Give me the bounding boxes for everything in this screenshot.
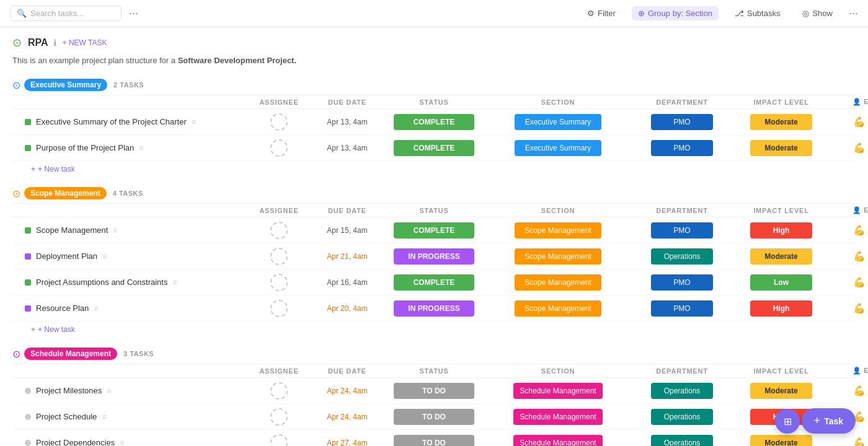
section-task-count: 3 TASKS <box>123 350 154 357</box>
section-tag[interactable]: Schedule Management <box>513 383 602 399</box>
task-name-cell: Scope Management ≡ <box>12 222 248 238</box>
group-by-button[interactable]: ⊕ Group by: Section <box>632 6 719 20</box>
avatar[interactable] <box>270 248 288 265</box>
task-menu-icon[interactable]: ≡ <box>113 226 117 235</box>
status-cell: IN PROGRESS <box>384 248 484 265</box>
task-status-dot <box>25 414 31 420</box>
project-collapse-icon[interactable]: ⊙ <box>12 36 22 50</box>
task-name[interactable]: Deployment Plan <box>36 251 97 261</box>
dept-tag[interactable]: Operations <box>651 435 713 447</box>
subtasks-icon: ⎇ <box>735 9 744 18</box>
status-badge[interactable]: TO DO <box>394 435 474 447</box>
status-badge[interactable]: IN PROGRESS <box>394 248 474 265</box>
task-menu-icon[interactable]: ≡ <box>172 278 177 287</box>
task-name[interactable]: Purpose of the Project Plan <box>36 143 134 152</box>
search-box[interactable]: 🔍 Search tasks... <box>10 6 122 21</box>
section-cell: Scope Management <box>484 248 632 265</box>
col-section-header: SECTION <box>484 367 632 375</box>
grid-icon: ⊞ <box>784 416 792 427</box>
dept-tag[interactable]: Operations <box>651 383 713 399</box>
add-task-fab[interactable]: + Task <box>802 408 856 434</box>
avatar[interactable] <box>270 434 288 447</box>
impact-tag[interactable]: Moderate <box>750 140 812 156</box>
new-task-header-button[interactable]: + NEW TASK <box>63 38 107 47</box>
task-name[interactable]: Project Dependencies <box>36 438 115 446</box>
impact-tag[interactable]: Moderate <box>750 435 812 447</box>
dept-tag[interactable]: Operations <box>651 409 713 425</box>
avatar[interactable] <box>270 139 288 157</box>
avatar[interactable] <box>270 113 288 131</box>
status-cell: COMPLETE <box>384 140 484 156</box>
task-name-cell: Project Schedule ≡ <box>12 408 248 425</box>
task-name[interactable]: Project Schedule <box>36 412 97 421</box>
task-menu-icon[interactable]: ≡ <box>139 144 143 152</box>
grid-view-button[interactable]: ⊞ <box>775 409 800 434</box>
avatar[interactable] <box>270 382 288 400</box>
avatar[interactable] <box>270 300 288 317</box>
new-task-row[interactable]: + + New task <box>12 321 856 338</box>
section-tag[interactable]: Scope Management <box>515 274 601 291</box>
toolbar-extra-icon[interactable]: ··· <box>849 7 858 20</box>
task-menu-icon[interactable]: ≡ <box>192 118 196 126</box>
task-menu-icon[interactable]: ≡ <box>94 304 98 313</box>
subtasks-button[interactable]: ⎇ Subtasks <box>728 6 786 20</box>
project-title: RPA ℹ <box>28 37 56 48</box>
status-badge[interactable]: TO DO <box>394 383 474 399</box>
status-badge[interactable]: COMPLETE <box>394 274 474 291</box>
status-badge[interactable]: COMPLETE <box>394 140 474 156</box>
section-tag[interactable]: Executive Summary <box>515 114 601 130</box>
section-tag[interactable]: Executive Summary <box>515 140 601 156</box>
dept-tag[interactable]: PMO <box>651 140 713 156</box>
status-badge[interactable]: TO DO <box>394 409 474 425</box>
status-badge[interactable]: COMPLETE <box>394 222 474 238</box>
task-name[interactable]: Executive Summary of the Project Charter <box>36 117 187 126</box>
task-status-dot <box>25 388 31 394</box>
avatar[interactable] <box>270 274 288 291</box>
col-duedate-header: DUE DATE <box>310 367 384 375</box>
impact-cell: High <box>732 300 831 317</box>
section-tag[interactable]: Scope Management <box>515 222 601 238</box>
task-name[interactable]: Project Milestones <box>36 386 102 395</box>
avatar[interactable] <box>270 408 288 426</box>
section-collapse-icon[interactable]: ⊙ <box>12 79 20 91</box>
task-name[interactable]: Project Assumptions and Constraints <box>36 278 167 287</box>
impact-tag[interactable]: Moderate <box>750 383 812 399</box>
section-tag[interactable]: Scope Management <box>515 300 601 317</box>
impact-tag[interactable]: High <box>750 222 812 238</box>
task-menu-icon[interactable]: ≡ <box>102 252 107 261</box>
project-info-icon[interactable]: ℹ <box>53 38 56 48</box>
show-button[interactable]: ◎ Show <box>796 6 839 20</box>
dept-tag[interactable]: PMO <box>651 274 713 291</box>
section-group-schedule-management: ⊙ Schedule Management 3 TASKS ASSIGNEE D… <box>12 343 856 446</box>
new-task-row[interactable]: + + New task <box>12 161 856 177</box>
col-headers: ASSIGNEE DUE DATE STATUS SECTION DEPARTM… <box>12 95 856 109</box>
section-tag[interactable]: Scope Management <box>515 248 601 265</box>
dept-tag[interactable]: PMO <box>651 114 713 130</box>
section-collapse-icon[interactable]: ⊙ <box>12 188 20 199</box>
task-name[interactable]: Scope Management <box>36 225 108 235</box>
col-headers: ASSIGNEE DUE DATE STATUS SECTION DEPARTM… <box>12 364 856 378</box>
status-cell: COMPLETE <box>384 274 484 291</box>
dept-tag[interactable]: PMO <box>651 222 713 238</box>
status-badge[interactable]: COMPLETE <box>394 114 474 130</box>
section-header: ⊙ Scope Management 4 TASKS <box>12 182 856 204</box>
section-tag[interactable]: Schedule Management <box>513 435 602 447</box>
impact-tag[interactable]: Moderate <box>750 248 812 265</box>
impact-tag[interactable]: Low <box>750 274 812 291</box>
section-collapse-icon[interactable]: ⊙ <box>12 348 20 360</box>
avatar[interactable] <box>270 222 288 239</box>
task-name[interactable]: Resource Plan <box>36 304 89 313</box>
section-tag[interactable]: Schedule Management <box>513 409 602 425</box>
task-menu-icon[interactable]: ≡ <box>120 439 124 447</box>
dept-tag[interactable]: PMO <box>651 300 713 317</box>
task-menu-icon[interactable]: ≡ <box>107 387 111 395</box>
dept-tag[interactable]: Operations <box>651 248 713 265</box>
status-badge[interactable]: IN PROGRESS <box>394 300 474 317</box>
impact-tag[interactable]: High <box>750 300 812 317</box>
dept-cell: Operations <box>632 383 732 399</box>
impact-tag[interactable]: Moderate <box>750 114 812 130</box>
task-menu-icon[interactable]: ≡ <box>102 413 106 421</box>
toolbar-more-icon[interactable]: ··· <box>129 7 138 20</box>
filter-button[interactable]: ⚙ Filter <box>581 6 622 20</box>
task-status-dot <box>25 145 31 151</box>
